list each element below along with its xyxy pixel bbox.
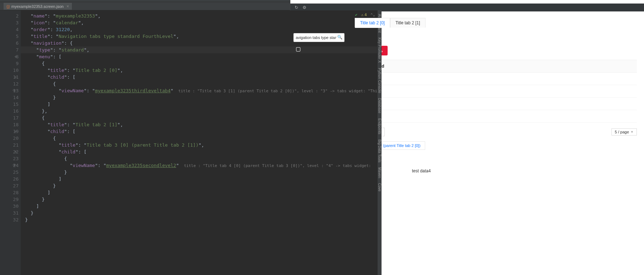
inline-hint: title : "Title tab 3 [1] (parent Title t… (178, 89, 377, 93)
page-size-select[interactable]: 5 / page ▼ (611, 128, 637, 136)
chevron-up-down-icon[interactable]: ⌃⌄ (370, 13, 375, 17)
gutter-view-icon[interactable]: 👁 (13, 162, 16, 169)
code-line[interactable]: "child": [ (25, 74, 377, 80)
content-tab[interactable]: Title tab 2 [0] (355, 18, 390, 28)
column-header[interactable]: customField (355, 60, 637, 72)
tool-window-tab[interactable]: Endpoints (378, 117, 382, 136)
code-line[interactable]: "title": "Title tab 2 [1]", (25, 121, 377, 128)
code-editor[interactable]: ✔ ⚠ 4 ⌃⌄ 2345678+91011+1213👁141516171819… (0, 10, 377, 275)
code-line[interactable]: ] (25, 176, 377, 182)
sidebar-search: 🔍 (293, 33, 345, 42)
table-row[interactable]: test data2 (355, 98, 637, 110)
tool-window-tab[interactable]: Cove (378, 182, 382, 193)
gutter-add-icon[interactable]: + (14, 128, 17, 135)
table-cell: test data (355, 110, 637, 122)
refresh-icon[interactable]: ↻ (295, 5, 298, 10)
code-line[interactable]: } (25, 196, 377, 203)
table-row[interactable]: test data3 (355, 85, 637, 98)
code-line[interactable]: "menu": [ (25, 53, 377, 60)
gutter-add-icon[interactable]: + (14, 148, 17, 155)
code-line[interactable]: "name": "myexample32353", (25, 13, 377, 19)
tool-window-tab[interactable]: Database (378, 97, 382, 115)
editor-tab[interactable]: {j} myexample32353.screen.json × (4, 3, 72, 10)
code-line[interactable]: "child": [ (25, 148, 377, 155)
tool-window-tab[interactable]: Key Promoter X (378, 36, 382, 64)
code-line[interactable]: { (25, 135, 377, 142)
tabs-row: Title tab 2 [0]Title tab 2 [1] (355, 18, 637, 28)
tab-filename: myexample32353.screen.json (11, 4, 64, 9)
right-tool-strip: AI AssistantKey Promoter XPython Console… (377, 10, 382, 275)
code-line[interactable]: } (25, 182, 377, 189)
warning-count[interactable]: ⚠ 4 (361, 13, 367, 17)
code-line[interactable]: { (25, 114, 377, 121)
pagination: < 1 > 5 / page ▼ (355, 128, 637, 136)
calendar-icon (296, 47, 300, 51)
app-content: Title tab 2 [0]Title tab 2 [1] List + Со… (348, 11, 644, 275)
table-row[interactable]: test data4 (355, 73, 637, 85)
code-line[interactable]: }, (25, 108, 377, 114)
no-errors-icon: ✔ (355, 13, 358, 17)
code-line[interactable]: } (25, 210, 377, 216)
code-line[interactable]: } (25, 169, 377, 176)
code-line[interactable]: "viewName": "myexample3235thirdleveltab4… (25, 87, 377, 94)
search-icon[interactable]: 🔍 (337, 35, 343, 40)
line-gutter: 2345678+91011+1213👁141516171819+202122+2… (0, 10, 21, 275)
code-line[interactable]: "title": "Title tab 3 [0] (parent Title … (25, 142, 377, 148)
close-icon[interactable]: × (67, 4, 69, 9)
inline-hint: title : "Title tab 4 [0] (parent Title t… (184, 163, 374, 168)
code-line[interactable]: "order": 31220, (25, 26, 377, 33)
chevron-down-icon: ▼ (630, 130, 634, 134)
code-line[interactable]: ] (25, 189, 377, 196)
content-tab[interactable]: Title tab 2 [1] (390, 18, 426, 28)
gear-icon[interactable]: ⚙ (303, 5, 306, 10)
code-line[interactable]: ] (25, 101, 377, 108)
code-area[interactable]: "name": "myexample32353", "icon": "calen… (21, 10, 377, 275)
warning-icon: ⚠ (361, 13, 364, 17)
browser-address-bar[interactable] (290, 0, 644, 4)
gutter-add-icon[interactable]: + (14, 53, 17, 60)
code-line[interactable]: } (25, 216, 377, 223)
code-line[interactable]: { (25, 155, 377, 162)
tool-window-tab[interactable]: Python Console (378, 67, 382, 95)
tool-window-tab[interactable]: Big Data Tools (378, 138, 382, 164)
code-line[interactable]: "child": [ (25, 128, 377, 135)
code-line[interactable]: { (25, 60, 377, 67)
code-line[interactable]: "title": "Title tab 2 [0]", (25, 67, 377, 74)
table-cell: test data3 (355, 85, 637, 97)
table-cell: test data2 (355, 98, 637, 110)
code-line[interactable]: { (25, 80, 377, 87)
code-line[interactable]: "icon": "calendar", (25, 19, 377, 26)
table-row[interactable]: test data (355, 110, 637, 123)
code-line[interactable]: "viewName": "myexample3235secondlevel2"t… (25, 162, 377, 169)
info-heading: Info (355, 156, 637, 163)
gutter-add-icon[interactable]: + (14, 74, 17, 80)
gutter-view-icon[interactable]: 👁 (13, 87, 16, 94)
json-file-icon: {j} (6, 4, 10, 9)
code-line[interactable]: ] (25, 203, 377, 210)
data-table: customField test data4test data3test dat… (355, 60, 637, 123)
tool-window-tab[interactable]: Maven (378, 166, 382, 180)
sub-tabs: Title tab 3 [1] (parent Title tab 2 [0]) (355, 141, 637, 150)
list-heading: List (355, 34, 637, 41)
info-row: customField test data4 (355, 168, 637, 173)
editor-tabs: {j} myexample32353.screen.json × (0, 2, 290, 10)
info-value: test data4 (412, 168, 431, 173)
table-cell: test data4 (355, 73, 637, 85)
ide-panel: {j} myexample32353.screen.json × ✔ ⚠ 4 ⌃… (0, 0, 290, 275)
code-line[interactable]: } (25, 94, 377, 101)
